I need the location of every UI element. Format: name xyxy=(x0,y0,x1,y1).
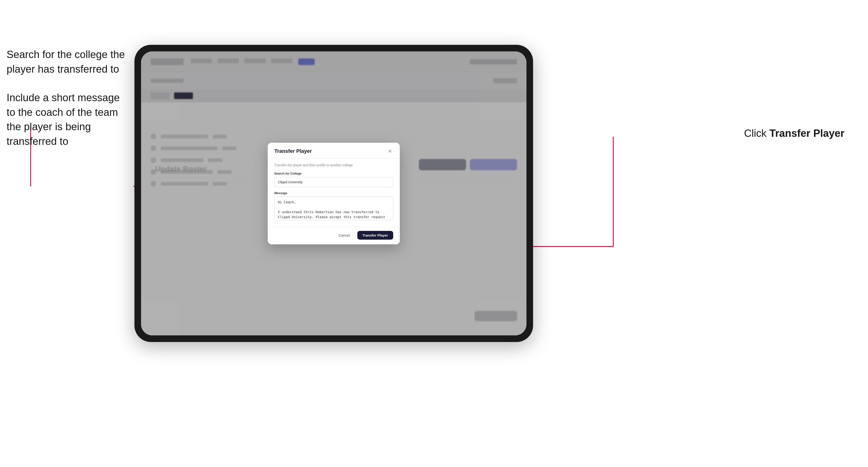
transfer-player-modal: Transfer Player ✕ Transfer the player an… xyxy=(268,143,400,244)
annotation-message-text: Include a short message to the coach of … xyxy=(7,90,129,148)
modal-header: Transfer Player ✕ xyxy=(268,143,400,158)
search-college-input[interactable] xyxy=(274,177,393,187)
cancel-button[interactable]: Cancel xyxy=(335,231,353,239)
modal-title: Transfer Player xyxy=(274,148,312,154)
annotation-search-text: Search for the college the player has tr… xyxy=(7,47,129,76)
modal-subtitle: Transfer the player and their profile to… xyxy=(274,163,393,167)
ipad-screen: Update Roster xyxy=(141,52,526,335)
search-college-label: Search for College xyxy=(274,172,393,175)
modal-close-button[interactable]: ✕ xyxy=(386,148,393,154)
modal-footer: Cancel Transfer Player xyxy=(268,227,400,244)
annotation-right-text: Click Transfer Player xyxy=(744,127,844,139)
message-label: Message xyxy=(274,191,393,195)
modal-overlay: Transfer Player ✕ Transfer the player an… xyxy=(141,52,526,335)
modal-body: Transfer the player and their profile to… xyxy=(268,158,400,227)
ipad-device: Update Roster xyxy=(134,45,533,342)
transfer-player-button[interactable]: Transfer Player xyxy=(357,231,393,240)
message-textarea[interactable]: Hi Coach, I understand Chris Robertson h… xyxy=(274,197,393,220)
